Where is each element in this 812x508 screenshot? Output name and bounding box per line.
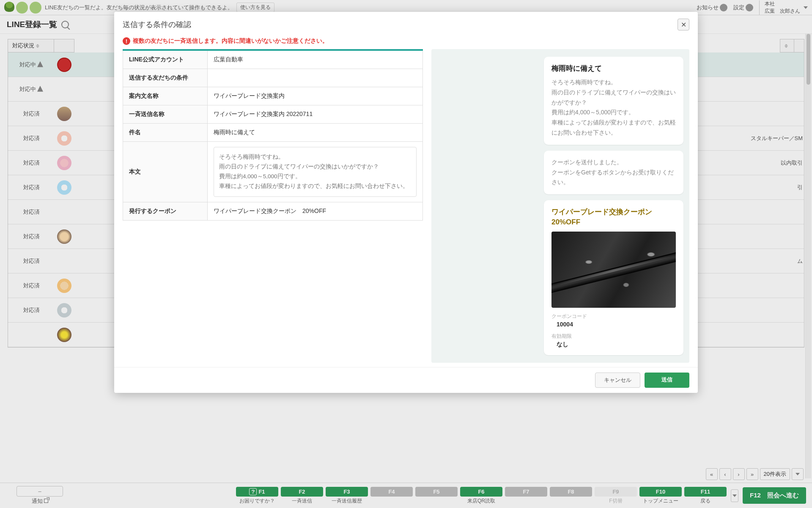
- preview-msg1-title: 梅雨時に備えて: [551, 64, 676, 73]
- td-subject: 梅雨時に備えて: [208, 124, 423, 142]
- preview-message-1: 梅雨時に備えて そろそろ梅雨時ですね。雨の日のドライブに備えてワイパーの交換はい…: [544, 57, 683, 145]
- modal-overlay: 送信する条件の確認 ✕ ! 複数の友だちに一斉送信します。内容に間違いがないかご…: [0, 0, 812, 508]
- modal-title: 送信する条件の確認: [123, 19, 191, 30]
- send-button[interactable]: 送信: [645, 373, 689, 388]
- cancel-button[interactable]: キャンセル: [595, 373, 640, 388]
- td-guide: ワイパーブレード交換案内: [208, 87, 423, 105]
- close-button[interactable]: ✕: [678, 19, 689, 30]
- coupon-code-value: 10004: [551, 321, 676, 328]
- send-info-pane: LINE公式アカウント広葉自動車 送信する友だちの条件 案内文名称ワイパーブレー…: [123, 49, 423, 363]
- preview-msg1-body: そろそろ梅雨時ですね。雨の日のドライブに備えてワイパーの交換はいかがですか？費用…: [551, 77, 676, 138]
- td-bulkname: ワイパーブレード交換案内 20220711: [208, 105, 423, 124]
- body-text-box: そろそろ梅雨時ですね。雨の日のドライブに備えてワイパーの交換はいかがですか？費用…: [214, 147, 417, 197]
- th-coupon: 発行するクーポン: [123, 202, 208, 220]
- wiper-blade-shape: [551, 250, 676, 295]
- th-body: 本文: [123, 142, 208, 202]
- th-account: LINE公式アカウント: [123, 50, 208, 69]
- coupon-code-label: クーポンコード: [551, 313, 676, 320]
- modal-footer: キャンセル 送信: [114, 367, 698, 393]
- warning-icon: !: [123, 37, 130, 45]
- coupon-exp-value: なし: [551, 341, 676, 348]
- coupon-image: [551, 232, 676, 308]
- preview-msg2-body: クーポンを送付しました。クーポンをGetするボタンからお受け取りください。: [551, 157, 676, 188]
- send-info-table: LINE公式アカウント広葉自動車 送信する友だちの条件 案内文名称ワイパーブレー…: [123, 49, 423, 221]
- warning-text: 複数の友だちに一斉送信します。内容に間違いがないかご注意ください。: [133, 37, 328, 45]
- td-coupon: ワイパーブレード交換クーポン 20%OFF: [208, 202, 423, 220]
- preview-message-2: クーポンを送付しました。クーポンをGetするボタンからお受け取りください。: [544, 151, 683, 194]
- td-condition: [208, 69, 423, 87]
- preview-coupon-card: ワイパーブレード交換クーポン 20%OFF クーポンコード 10004 有効期限…: [544, 200, 683, 355]
- preview-pane: 梅雨時に備えて そろそろ梅雨時ですね。雨の日のドライブに備えてワイパーの交換はい…: [431, 49, 689, 363]
- th-condition: 送信する友だちの条件: [123, 69, 208, 87]
- th-subject: 件名: [123, 124, 208, 142]
- coupon-exp-label: 有効期限: [551, 333, 676, 340]
- td-body: そろそろ梅雨時ですね。雨の日のドライブに備えてワイパーの交換はいかがですか？費用…: [208, 142, 423, 202]
- confirm-send-modal: 送信する条件の確認 ✕ ! 複数の友だちに一斉送信します。内容に間違いがないかご…: [114, 12, 698, 393]
- coupon-title: ワイパーブレード交換クーポン 20%OFF: [551, 207, 676, 227]
- warning-row: ! 複数の友だちに一斉送信します。内容に間違いがないかご注意ください。: [114, 37, 698, 49]
- th-bulkname: 一斉送信名称: [123, 105, 208, 124]
- td-account: 広葉自動車: [208, 50, 423, 69]
- th-guide: 案内文名称: [123, 87, 208, 105]
